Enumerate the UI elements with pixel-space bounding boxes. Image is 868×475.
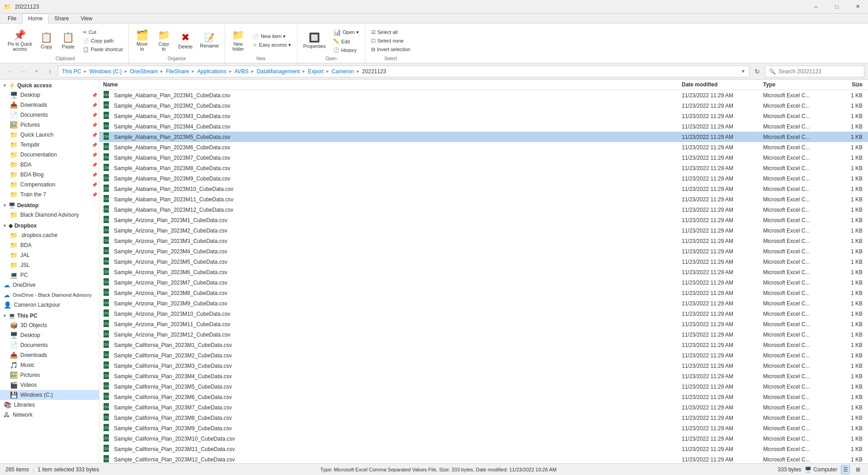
sidebar-item-bda-blog[interactable]: 📁 BDA Blog 📌	[0, 170, 99, 180]
sidebar-item-downloads2[interactable]: 📥 Downloads	[0, 350, 99, 360]
large-icons-view-button[interactable]: ⊞	[854, 465, 863, 474]
table-row[interactable]: CSV Sample_California_Plan_2023M8_CubeDa…	[99, 413, 868, 423]
sidebar-item-quick-launch[interactable]: 📁 Quick Launch 📌	[0, 130, 99, 140]
sidebar-item-jal[interactable]: 📁 JAL	[0, 250, 99, 260]
table-row[interactable]: CSV Sample_Alabama_Plan_2023M9_CubeData.…	[99, 173, 868, 184]
sidebar-item-jsl[interactable]: 📁 JSL	[0, 260, 99, 270]
sidebar-item-dropbox-cache[interactable]: 📁 .dropbox.cache	[0, 230, 99, 240]
history-button[interactable]: 🕐 History	[330, 46, 362, 54]
copy-to-button[interactable]: 📁 Copy to	[153, 26, 174, 55]
select-all-button[interactable]: ☑ Select all	[368, 28, 414, 37]
table-row[interactable]: CSV Sample_Arizona_Plan_2023M6_CubeData.…	[99, 267, 868, 277]
sidebar-section-this-pc[interactable]: ▼ 💻 This PC	[0, 310, 99, 320]
breadcrumb-fileshare[interactable]: FileShare	[166, 68, 189, 75]
sidebar-item-videos[interactable]: 🎬 Videos	[0, 380, 99, 390]
table-row[interactable]: CSV Sample_Alabama_Plan_2023M4_CubeData.…	[99, 121, 868, 132]
table-row[interactable]: CSV Sample_Alabama_Plan_2023M7_CubeData.…	[99, 152, 868, 163]
table-row[interactable]: CSV Sample_Arizona_Plan_2023M10_CubeData…	[99, 309, 868, 319]
sidebar-item-train-7[interactable]: 📁 Train the 7 📌	[0, 190, 99, 200]
new-folder-button[interactable]: 📁 New folder	[228, 26, 249, 55]
table-row[interactable]: CSV Sample_Alabama_Plan_2023M5_CubeData.…	[99, 132, 868, 142]
table-row[interactable]: CSV Sample_California_Plan_2023M9_CubeDa…	[99, 423, 868, 433]
invert-selection-button[interactable]: ⊟ Invert selection	[368, 45, 414, 54]
select-none-button[interactable]: ☐ Select none	[368, 37, 414, 45]
table-row[interactable]: CSV Sample_California_Plan_2023M11_CubeD…	[99, 444, 868, 454]
sidebar-item-pictures2[interactable]: 🖼️ Pictures	[0, 370, 99, 380]
breadcrumb-onestream[interactable]: OneStream	[130, 68, 158, 75]
easy-access-button[interactable]: ☆ Easy access ▾	[250, 41, 294, 49]
table-row[interactable]: CSV Sample_California_Plan_2023M7_CubeDa…	[99, 402, 868, 413]
forward-button[interactable]: →	[17, 66, 29, 77]
sidebar-item-network[interactable]: 🖧 Network	[0, 410, 99, 420]
close-button[interactable]: ✕	[847, 0, 868, 14]
col-modified-header[interactable]: Date modified	[678, 81, 760, 88]
table-row[interactable]: CSV Sample_California_Plan_2023M2_CubeDa…	[99, 350, 868, 361]
maximize-button[interactable]: □	[826, 0, 847, 14]
table-row[interactable]: CSV Sample_California_Plan_2023M4_CubeDa…	[99, 371, 868, 381]
sidebar-item-desktop3[interactable]: 🖥️ Desktop	[0, 330, 99, 340]
table-row[interactable]: CSV Sample_Arizona_Plan_2023M5_CubeData.…	[99, 256, 868, 267]
open-button[interactable]: 📊 Open ▾	[330, 27, 362, 37]
tab-home[interactable]: Home	[22, 14, 48, 24]
breadcrumb-avbs[interactable]: AVBS	[235, 68, 249, 75]
table-row[interactable]: CSV Sample_Alabama_Plan_2023M10_CubeData…	[99, 184, 868, 194]
breadcrumb-dropdown-button[interactable]: ▼	[741, 69, 745, 74]
edit-button[interactable]: ✏️ Edit	[330, 37, 362, 46]
table-row[interactable]: CSV Sample_Arizona_Plan_2023M9_CubeData.…	[99, 298, 868, 309]
table-row[interactable]: CSV Sample_Arizona_Plan_2023M2_CubeData.…	[99, 225, 868, 236]
delete-button[interactable]: ✖ Delete	[175, 26, 196, 55]
back-button[interactable]: ←	[4, 66, 15, 77]
sidebar-item-bda2[interactable]: 📁 BDA	[0, 240, 99, 250]
table-row[interactable]: CSV Sample_Alabama_Plan_2023M6_CubeData.…	[99, 142, 868, 152]
table-row[interactable]: CSV Sample_Arizona_Plan_2023M1_CubeData.…	[99, 215, 868, 225]
breadcrumb-windows-c[interactable]: Windows (C:)	[90, 68, 122, 75]
table-row[interactable]: CSV Sample_Alabama_Plan_2023M1_CubeData.…	[99, 90, 868, 100]
table-row[interactable]: CSV Sample_Alabama_Plan_2023M11_CubeData…	[99, 194, 868, 204]
copy-button[interactable]: 📋 Copy	[36, 26, 57, 55]
new-item-button[interactable]: 📄 New item ▾	[250, 32, 294, 41]
sidebar-item-music[interactable]: 🎵 Music	[0, 360, 99, 370]
details-view-button[interactable]: ☰	[841, 465, 850, 474]
breadcrumb-export[interactable]: Export	[308, 68, 324, 75]
paste-button[interactable]: 📋 Paste	[58, 26, 79, 55]
move-to-button[interactable]: 🗂️ Move to	[132, 26, 152, 55]
sidebar-section-quick-access[interactable]: ▼ ⚡ Quick access	[0, 80, 99, 90]
sidebar-item-tempdir[interactable]: 📁 Tempdir 📌	[0, 140, 99, 150]
sidebar-section-desktop[interactable]: ▼ 🖥️ Desktop	[0, 200, 99, 210]
table-row[interactable]: CSV Sample_California_Plan_2023M12_CubeD…	[99, 454, 868, 463]
paste-shortcut-button[interactable]: 📋 Paste shortcut	[80, 45, 126, 54]
table-row[interactable]: CSV Sample_Arizona_Plan_2023M4_CubeData.…	[99, 246, 868, 256]
sidebar-item-3dobjects[interactable]: 📦 3D Objects	[0, 320, 99, 330]
table-row[interactable]: CSV Sample_Alabama_Plan_2023M8_CubeData.…	[99, 163, 868, 173]
col-type-header[interactable]: Type	[760, 81, 832, 88]
table-row[interactable]: CSV Sample_Arizona_Plan_2023M12_CubeData…	[99, 329, 868, 340]
sidebar-item-desktop[interactable]: 🖥️ Desktop 📌	[0, 90, 99, 100]
sidebar-item-libraries[interactable]: 📚 Libraries	[0, 400, 99, 410]
col-name-header[interactable]: Name	[99, 81, 678, 88]
up-button[interactable]: ↑	[44, 66, 56, 77]
table-row[interactable]: CSV Sample_California_Plan_2023M5_CubeDa…	[99, 381, 868, 392]
sidebar-section-dropbox[interactable]: ▼ ◆ Dropbox	[0, 220, 99, 230]
rename-button[interactable]: 📝 Rename	[197, 26, 222, 55]
sidebar-item-documents2[interactable]: 📄 Documents	[0, 340, 99, 350]
search-input[interactable]	[778, 68, 860, 75]
table-row[interactable]: CSV Sample_Alabama_Plan_2023M12_CubeData…	[99, 204, 868, 215]
properties-button[interactable]: 🔲 Properties	[300, 26, 329, 55]
sidebar-item-compensation[interactable]: 📁 Compensation 📌	[0, 180, 99, 190]
sidebar-item-windows-c[interactable]: 💾 Windows (C:)	[0, 390, 99, 400]
table-row[interactable]: CSV Sample_California_Plan_2023M3_CubeDa…	[99, 361, 868, 371]
sidebar-item-pictures[interactable]: 🖼️ Pictures 📌	[0, 120, 99, 130]
cut-button[interactable]: ✂ Cut	[80, 28, 126, 37]
sidebar-item-downloads[interactable]: 📥 Downloads 📌	[0, 100, 99, 110]
pin-to-quick-access-button[interactable]: 📌 Pin to Quick access	[5, 26, 35, 55]
breadcrumb-applications[interactable]: Applications	[197, 68, 226, 75]
minimize-button[interactable]: ─	[806, 0, 826, 14]
tab-view[interactable]: View	[75, 14, 98, 23]
table-row[interactable]: CSV Sample_Alabama_Plan_2023M3_CubeData.…	[99, 111, 868, 121]
sidebar-item-documentation[interactable]: 📁 Documentation 📌	[0, 150, 99, 160]
recent-button[interactable]: ▼	[31, 66, 42, 77]
col-size-header[interactable]: Size	[832, 81, 868, 88]
table-row[interactable]: CSV Sample_California_Plan_2023M10_CubeD…	[99, 433, 868, 444]
breadcrumb-this-pc[interactable]: This PC	[62, 68, 81, 75]
sidebar-item-bda[interactable]: 📁 BDA 📌	[0, 160, 99, 170]
